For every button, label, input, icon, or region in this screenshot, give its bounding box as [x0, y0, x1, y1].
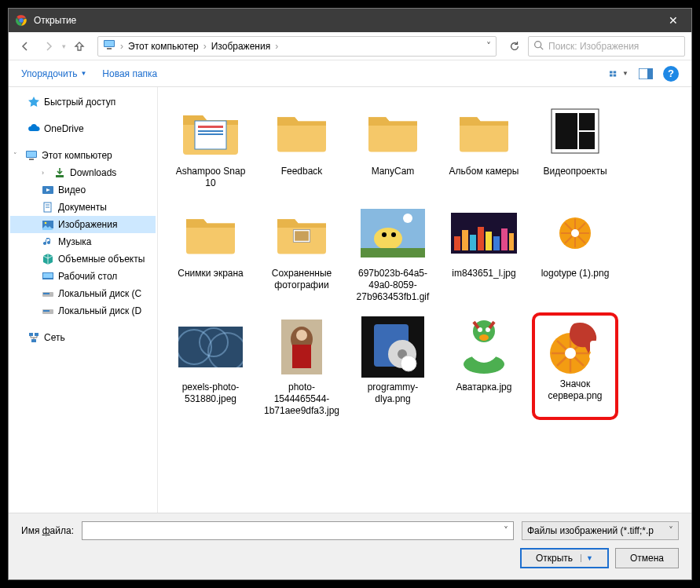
svg-rect-49 — [454, 236, 460, 250]
svg-rect-10 — [614, 74, 617, 76]
file-item[interactable]: photo-1544465544-1b71aee9dfa3.jpg — [258, 312, 345, 420]
tree-network[interactable]: Сеть — [10, 329, 156, 346]
tree-3d-objects[interactable]: Объемные объекты — [10, 250, 156, 268]
back-button[interactable] — [15, 36, 35, 57]
svg-rect-14 — [27, 152, 36, 157]
file-item[interactable]: programmy-dlya.png — [350, 312, 436, 420]
item-label: logotype (1).png — [541, 268, 610, 279]
folder-icon — [266, 100, 337, 163]
expand-icon[interactable]: › — [42, 169, 49, 177]
cancel-button[interactable]: Отмена — [615, 548, 679, 568]
file-item[interactable]: Аватарка.jpg — [441, 312, 527, 420]
up-button[interactable] — [69, 36, 90, 57]
tree-label: Сеть — [44, 332, 65, 343]
svg-rect-29 — [29, 333, 33, 336]
svg-rect-80 — [590, 341, 598, 353]
forward-button[interactable] — [38, 36, 59, 57]
folder-item[interactable]: ManyCam — [350, 97, 436, 192]
svg-rect-55 — [501, 228, 508, 250]
preview-pane-button[interactable] — [636, 66, 655, 82]
tree-disk-c[interactable]: Локальный диск (C — [10, 285, 156, 302]
file-item[interactable]: im843651_l.jpg — [441, 199, 527, 306]
svg-rect-30 — [35, 333, 38, 336]
item-label: Сохраненные фотографии — [262, 268, 342, 291]
split-chevron-icon[interactable]: ▼ — [581, 554, 593, 562]
file-item[interactable]: 697b023b-64a5-49a0-8059-27b963453fb1.gif — [350, 199, 436, 306]
image-thumb — [266, 316, 337, 378]
chevron-down-icon[interactable]: ˅ — [669, 525, 673, 536]
chevron-down-icon[interactable]: ˅ — [504, 525, 508, 536]
collapse-icon[interactable]: ˅ — [13, 152, 21, 159]
file-item-highlighted[interactable]: Значок сервера.png — [532, 312, 618, 420]
tree-this-pc[interactable]: ˅ Этот компьютер — [10, 147, 156, 164]
tree-label: Рабочий стол — [58, 271, 117, 282]
open-button[interactable]: Открыть ▼ — [520, 548, 609, 568]
image-thumb — [449, 316, 519, 378]
tree-onedrive[interactable]: OneDrive — [10, 120, 156, 137]
tree-label: Локальный диск (C — [58, 288, 141, 299]
search-icon — [533, 40, 544, 53]
image-thumb — [540, 202, 610, 265]
download-icon — [53, 166, 66, 179]
item-label: photo-1544465544-1b71aee9dfa3.jpg — [262, 382, 342, 417]
folder-item[interactable]: Альбом камеры — [441, 97, 527, 192]
refresh-button[interactable] — [504, 36, 525, 57]
help-button[interactable]: ? — [663, 66, 679, 82]
svg-rect-9 — [614, 71, 617, 73]
tree-video[interactable]: Видео — [10, 181, 156, 199]
svg-point-77 — [479, 334, 489, 341]
address-dropdown-icon[interactable]: ˅ — [486, 41, 491, 52]
svg-rect-66 — [292, 345, 311, 368]
folder-item[interactable]: Feedback — [258, 97, 345, 192]
cube-icon — [42, 253, 54, 265]
breadcrumb-sep-icon: › — [203, 41, 207, 52]
tree-music[interactable]: Музыка — [10, 233, 156, 250]
breadcrumb-sep-icon: › — [275, 41, 278, 52]
titlebar: Открытие ✕ — [9, 9, 691, 32]
folder-item[interactable]: Снимки экрана — [167, 199, 254, 306]
search-input[interactable] — [548, 41, 680, 52]
address-bar[interactable]: › Этот компьютер › Изображения › ˅ — [97, 36, 497, 57]
folder-item[interactable]: Ashampoo Snap 10 — [167, 97, 254, 192]
item-label: Альбом камеры — [449, 166, 519, 177]
close-button[interactable]: ✕ — [655, 9, 691, 32]
svg-rect-28 — [43, 310, 49, 312]
tree-downloads[interactable]: › Downloads — [10, 164, 156, 181]
monitor-icon — [25, 149, 38, 162]
breadcrumb-segment[interactable]: Изображения — [211, 41, 270, 52]
tree-images[interactable]: Изображения — [10, 216, 156, 233]
organize-button[interactable]: Упорядочить ▼ — [21, 68, 86, 79]
svg-rect-53 — [486, 232, 492, 250]
image-thumb — [175, 316, 246, 378]
view-mode-button[interactable]: ▼ — [610, 66, 629, 82]
image-thumb — [357, 316, 428, 378]
item-label: 697b023b-64a5-49a0-8059-27b963453fb1.gif — [353, 268, 433, 303]
svg-rect-16 — [56, 175, 64, 177]
svg-point-44 — [374, 228, 402, 250]
tree-label: Видео — [58, 184, 86, 195]
folder-item[interactable]: Сохраненные фотографии — [258, 199, 345, 306]
tree-desktop[interactable]: Рабочий стол — [10, 268, 156, 285]
item-label: im843651_l.jpg — [452, 268, 515, 279]
item-label: Ashampoo Snap 10 — [170, 166, 251, 189]
item-label: Аватарка.jpg — [456, 382, 512, 393]
search-box[interactable] — [528, 36, 685, 57]
tree-label: Этот компьютер — [42, 150, 112, 161]
file-item[interactable]: logotype (1).png — [532, 199, 618, 306]
file-item[interactable]: pexels-photo-531880.jpeg — [167, 312, 254, 420]
recent-dropdown-icon[interactable]: ▾ — [62, 42, 66, 50]
tree-disk-d[interactable]: Локальный диск (D — [10, 302, 156, 320]
svg-rect-35 — [198, 133, 223, 135]
tree-quick-access[interactable]: Быстрый доступ — [10, 93, 156, 111]
filename-combobox[interactable]: ˅ — [82, 521, 514, 540]
new-folder-button[interactable]: Новая папка — [102, 68, 157, 79]
folder-icon — [175, 100, 246, 163]
nav-tree: Быстрый доступ OneDrive ˅ Этот компьютер… — [9, 87, 158, 513]
folder-item[interactable]: Видеопроекты — [532, 97, 618, 192]
file-open-dialog: Открытие ✕ ▾ › Этот компьютер › Изображе… — [8, 8, 692, 580]
tree-documents[interactable]: Документы — [10, 199, 156, 216]
filetype-combobox[interactable]: Файлы изображений (*.tiff;*.p ˅ — [522, 521, 679, 540]
images-icon — [42, 218, 54, 231]
filename-label: Имя файла: — [21, 525, 74, 536]
breadcrumb-segment[interactable]: Этот компьютер — [128, 41, 199, 52]
